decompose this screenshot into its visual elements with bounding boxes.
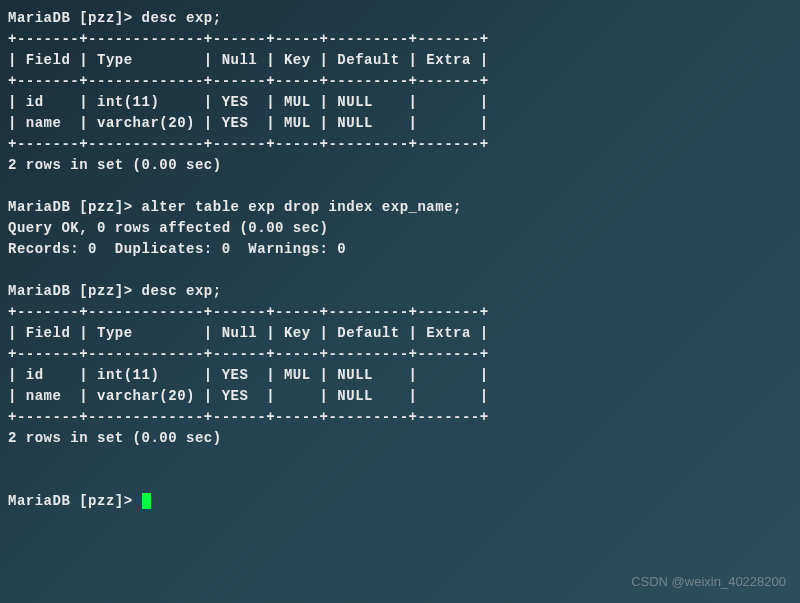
blank-line <box>8 176 792 197</box>
result-line: 2 rows in set (0.00 sec) <box>8 428 792 449</box>
blank-line <box>8 449 792 470</box>
prompt-line-2: MariaDB [pzz]> alter table exp drop inde… <box>8 197 792 218</box>
table-header: | Field | Type | Null | Key | Default | … <box>8 50 792 71</box>
prompt-line-3: MariaDB [pzz]> desc exp; <box>8 281 792 302</box>
prompt-line-1: MariaDB [pzz]> desc exp; <box>8 8 792 29</box>
prompt-text: MariaDB [pzz]> <box>8 493 142 509</box>
table-border: +-------+-------------+------+-----+----… <box>8 29 792 50</box>
table-row: | id | int(11) | YES | MUL | NULL | | <box>8 92 792 113</box>
table-header: | Field | Type | Null | Key | Default | … <box>8 323 792 344</box>
table-row: | name | varchar(20) | YES | | NULL | | <box>8 386 792 407</box>
blank-line <box>8 470 792 491</box>
watermark-text: CSDN @weixin_40228200 <box>631 572 786 592</box>
cursor-icon <box>142 493 151 509</box>
result-line: Records: 0 Duplicates: 0 Warnings: 0 <box>8 239 792 260</box>
table-border: +-------+-------------+------+-----+----… <box>8 407 792 428</box>
table-row: | name | varchar(20) | YES | MUL | NULL … <box>8 113 792 134</box>
prompt-line-4[interactable]: MariaDB [pzz]> <box>8 491 792 512</box>
table-border: +-------+-------------+------+-----+----… <box>8 71 792 92</box>
result-line: Query OK, 0 rows affected (0.00 sec) <box>8 218 792 239</box>
result-line: 2 rows in set (0.00 sec) <box>8 155 792 176</box>
table-row: | id | int(11) | YES | MUL | NULL | | <box>8 365 792 386</box>
blank-line <box>8 260 792 281</box>
table-border: +-------+-------------+------+-----+----… <box>8 344 792 365</box>
table-border: +-------+-------------+------+-----+----… <box>8 134 792 155</box>
table-border: +-------+-------------+------+-----+----… <box>8 302 792 323</box>
